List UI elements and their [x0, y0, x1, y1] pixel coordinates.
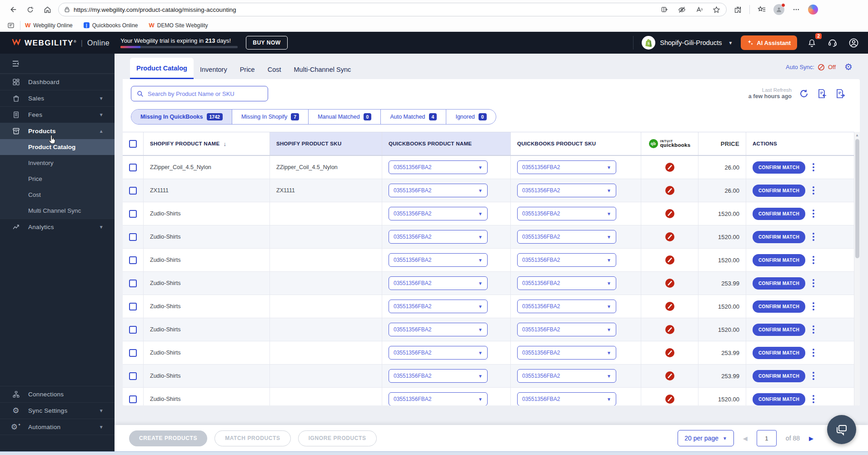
sidebar-item-sync-settings[interactable]: ⚙ Sync Settings ▼ [0, 402, 115, 419]
split-screen-icon[interactable] [658, 3, 671, 16]
table-scrollbar[interactable]: ▲ [854, 132, 860, 405]
next-page-icon[interactable]: ▶ [809, 435, 813, 442]
tab-multi-channel-sync[interactable]: Multi-Channel Sync [288, 59, 358, 79]
support-headset-icon[interactable] [826, 36, 839, 49]
filter-auto-matched[interactable]: Auto Matched4 [380, 110, 446, 124]
filter-ignored[interactable]: Ignored0 [446, 110, 495, 124]
ai-assistant-button[interactable]: AI Assistant [741, 35, 797, 50]
kebab-menu-icon[interactable] [811, 300, 816, 313]
filter-missing-in-quickbooks[interactable]: Missing In QuickBooks1742 [131, 110, 232, 124]
url-input[interactable] [74, 6, 654, 13]
quickbooks-product-sku-select[interactable]: 03551356FBA2▼ [517, 276, 616, 290]
row-checkbox[interactable] [129, 233, 137, 241]
account-icon[interactable] [847, 36, 860, 49]
row-checkbox[interactable] [129, 395, 137, 403]
row-checkbox[interactable] [129, 349, 137, 357]
bookmark-demo-site-webgility[interactable]: WDEMO Site Webgility [149, 22, 208, 29]
tab-inventory[interactable]: Inventory [194, 59, 234, 79]
sidebar-item-connections[interactable]: Connections [0, 386, 115, 402]
quickbooks-product-sku-select[interactable]: 03551356FBA2▼ [517, 253, 616, 267]
quickbooks-product-name-select[interactable]: 03551356FBA2▼ [389, 323, 488, 336]
sidebar-item-products[interactable]: Products ▲ [0, 123, 115, 139]
quickbooks-product-name-select[interactable]: 03551356FBA2▼ [389, 160, 488, 174]
scrollbar-thumb[interactable] [855, 139, 859, 258]
read-aloud-icon[interactable] [693, 3, 705, 16]
select-all-checkbox[interactable] [129, 140, 137, 148]
quickbooks-product-name-select[interactable]: 03551356FBA2▼ [389, 207, 488, 220]
row-checkbox[interactable] [129, 187, 137, 195]
sidebar-item-fees[interactable]: Fees ▼ [0, 106, 115, 123]
more-menu-icon[interactable] [790, 3, 803, 16]
quickbooks-product-name-select[interactable]: 03551356FBA2▼ [389, 184, 488, 197]
bookmark-quickbooks-online[interactable]: |Quickbooks Online [84, 22, 138, 29]
row-checkbox[interactable] [129, 280, 137, 287]
store-selector[interactable]: S Shopify-Gili-Products ▼ [642, 36, 733, 50]
scroll-up-icon[interactable]: ▲ [854, 132, 860, 138]
sidebar-item-analytics[interactable]: Analytics ▼ [0, 219, 115, 235]
quickbooks-product-sku-select[interactable]: 03551356FBA2▼ [517, 300, 616, 313]
quickbooks-product-name-select[interactable]: 03551356FBA2▼ [389, 253, 488, 267]
quickbooks-product-sku-select[interactable]: 03551356FBA2▼ [517, 160, 616, 174]
quickbooks-product-name-select[interactable]: 03551356FBA2▼ [389, 300, 488, 313]
confirm-match-button[interactable]: CONFIRM MATCH [753, 370, 805, 382]
tab-price[interactable]: Price [234, 59, 261, 79]
chat-widget-button[interactable] [827, 415, 856, 444]
quickbooks-product-name-select[interactable]: 03551356FBA2▼ [389, 276, 488, 290]
kebab-menu-icon[interactable] [811, 254, 816, 267]
search-input[interactable] [148, 90, 262, 97]
product-search[interactable] [131, 86, 268, 101]
kebab-menu-icon[interactable] [811, 230, 816, 244]
notifications-bell-icon[interactable]: 2 [805, 36, 818, 49]
reading-panel-icon[interactable] [6, 19, 15, 32]
sidebar-item-multi-channel-sync[interactable]: Multi Channel Sync [0, 203, 115, 219]
copilot-icon[interactable] [808, 5, 818, 15]
back-icon[interactable] [6, 3, 19, 16]
match-products-button[interactable]: MATCH PRODUCTS [215, 430, 291, 446]
quickbooks-product-name-select[interactable]: 03551356FBA2▼ [389, 369, 488, 383]
page-number-input[interactable] [757, 430, 777, 446]
sort-descending-icon[interactable]: ↓ [223, 140, 226, 147]
export-products-icon[interactable] [834, 88, 845, 99]
confirm-match-button[interactable]: CONFIRM MATCH [753, 393, 805, 405]
row-checkbox[interactable] [129, 303, 137, 310]
buy-now-button[interactable]: BUY NOW [246, 36, 287, 50]
address-bar[interactable] [58, 3, 727, 16]
quickbooks-product-sku-select[interactable]: 03551356FBA2▼ [517, 346, 616, 360]
confirm-match-button[interactable]: CONFIRM MATCH [753, 161, 805, 174]
refresh-data-icon[interactable] [799, 89, 809, 99]
home-icon[interactable] [41, 3, 54, 16]
quickbooks-product-sku-select[interactable]: 03551356FBA2▼ [517, 369, 616, 383]
quickbooks-product-sku-select[interactable]: 03551356FBA2▼ [517, 392, 616, 405]
confirm-match-button[interactable]: CONFIRM MATCH [753, 277, 805, 290]
import-products-icon[interactable] [816, 88, 827, 99]
sidebar-item-sales[interactable]: Sales ▼ [0, 90, 115, 106]
quickbooks-product-name-select[interactable]: 03551356FBA2▼ [389, 230, 488, 244]
previous-page-icon[interactable]: ◀ [743, 435, 748, 442]
header-shopify-product-name[interactable]: SHOPIFY PRODUCT NAME↓ [144, 132, 270, 155]
kebab-menu-icon[interactable] [811, 323, 816, 336]
quickbooks-product-sku-select[interactable]: 03551356FBA2▼ [517, 184, 616, 197]
row-checkbox[interactable] [129, 256, 137, 264]
sidebar-item-automation[interactable]: ⚙✦ Automation ▼ [0, 419, 115, 435]
sidebar-collapse-icon[interactable] [12, 60, 20, 67]
quickbooks-product-name-select[interactable]: 03551356FBA2▼ [389, 392, 488, 405]
create-products-button[interactable]: CREATE PRODUCTS [129, 430, 207, 446]
confirm-match-button[interactable]: CONFIRM MATCH [753, 231, 805, 243]
confirm-match-button[interactable]: CONFIRM MATCH [753, 185, 805, 197]
sidebar-item-cost[interactable]: Cost [0, 187, 115, 203]
hide-eye-icon[interactable] [675, 3, 688, 16]
favorite-star-icon[interactable] [710, 3, 723, 16]
tab-product-catalog[interactable]: Product Catalog [130, 58, 194, 79]
extensions-icon[interactable] [731, 3, 744, 16]
row-checkbox[interactable] [129, 164, 137, 171]
settings-gear-icon[interactable]: ⚙ [844, 62, 853, 72]
quickbooks-product-sku-select[interactable]: 03551356FBA2▼ [517, 230, 616, 244]
row-checkbox[interactable] [129, 326, 137, 334]
bookmark-webgility-online[interactable]: WWebgility Online [25, 22, 73, 29]
ignore-products-button[interactable]: IGNORE PRODUCTS [298, 430, 377, 446]
kebab-menu-icon[interactable] [811, 161, 816, 174]
refresh-icon[interactable] [24, 3, 36, 16]
kebab-menu-icon[interactable] [811, 393, 816, 406]
sidebar-item-dashboard[interactable]: Dashboard [0, 74, 115, 90]
confirm-match-button[interactable]: CONFIRM MATCH [753, 300, 805, 313]
